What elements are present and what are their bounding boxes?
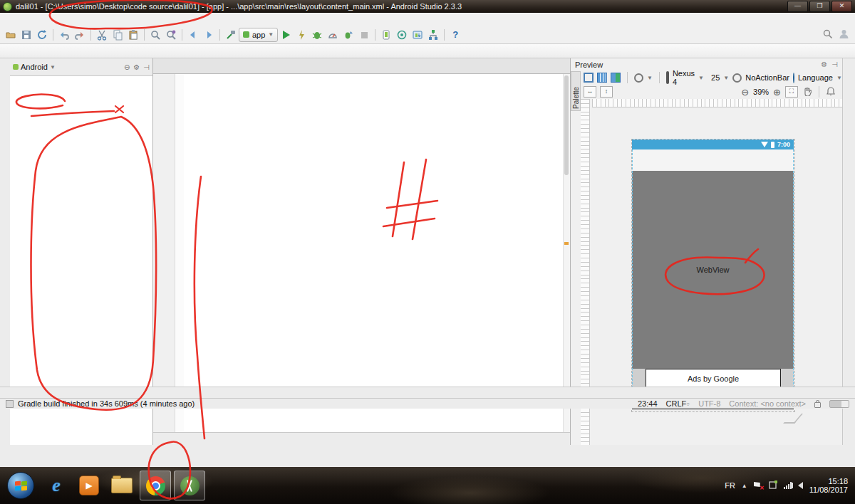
android-studio-taskbar-icon[interactable] [174, 471, 205, 500]
save-icon[interactable] [19, 27, 34, 43]
copy-icon[interactable] [110, 27, 125, 43]
avd-manager-icon[interactable] [378, 27, 394, 43]
api-select[interactable]: 25 [711, 73, 720, 82]
open-icon[interactable] [3, 27, 19, 43]
project-view-selector[interactable]: Android [21, 63, 48, 71]
line-separator-indicator[interactable]: CRLF÷ [666, 399, 690, 408]
forward-icon[interactable] [201, 27, 217, 43]
webview-label: WebView [632, 266, 794, 274]
device-icon [666, 71, 669, 84]
close-button[interactable]: ✕ [831, 1, 852, 12]
run-icon[interactable] [278, 27, 294, 43]
ad-banner[interactable]: Ads by Google [646, 369, 781, 388]
paste-icon[interactable] [125, 27, 141, 43]
expand-horizontal-icon[interactable]: ↔ [584, 86, 596, 98]
start-button[interactable] [7, 472, 34, 499]
search-everywhere-icon[interactable] [822, 28, 833, 41]
editor-tab-bar [153, 58, 570, 74]
readonly-lock-icon[interactable] [814, 402, 821, 408]
apply-changes-icon[interactable] [294, 27, 309, 43]
split-mode-icon[interactable] [611, 73, 621, 83]
grid-mode-icon[interactable] [597, 73, 607, 83]
zoom-out-icon[interactable]: ⊖ [741, 87, 749, 98]
windows-update-icon[interactable] [769, 481, 777, 490]
zoom-fit-icon[interactable]: ⛶ [785, 86, 798, 98]
theme-icon [732, 73, 742, 83]
device-status-bar: 7:00 [632, 140, 794, 149]
zoom-level: 39% [753, 88, 769, 96]
sdk-manager-icon[interactable] [410, 27, 425, 43]
pan-hand-icon[interactable] [802, 87, 812, 98]
language-globe-icon [793, 73, 794, 83]
help-icon[interactable]: ? [447, 27, 463, 43]
find-icon[interactable] [147, 27, 163, 43]
editor-gutter [153, 74, 175, 432]
device-select[interactable]: Nexus 4 [673, 69, 695, 86]
replace-icon[interactable] [163, 27, 179, 43]
project-structure-icon[interactable] [425, 27, 441, 43]
user-avatar-icon[interactable] [839, 28, 849, 41]
cut-icon[interactable] [94, 27, 110, 43]
preview-zoom-toolbar: ↔ ↕ ⊖ 39% ⊕ ⛶ [581, 85, 842, 99]
minimize-button[interactable]: — [787, 1, 808, 12]
language-select[interactable]: Language [798, 73, 833, 82]
file-explorer-icon[interactable] [110, 473, 134, 498]
memory-indicator[interactable] [829, 400, 849, 408]
editor-scrollbar[interactable] [563, 74, 570, 432]
settings-gear-icon[interactable]: ⚙ [821, 61, 827, 68]
status-message: Gradle build finished in 34s 609ms (4 mi… [18, 399, 195, 408]
back-icon[interactable] [185, 27, 201, 43]
system-tray: FR ▲ 15:1811/08/2017 [725, 477, 855, 494]
window-title: dalil01 - [C:\Users\simo\Desktop\code so… [16, 2, 462, 11]
title-bar: dalil01 - [C:\Users\simo\Desktop\code so… [0, 0, 855, 13]
tray-expand-icon[interactable]: ▲ [742, 483, 747, 489]
encoding-indicator[interactable]: UTF-8 [698, 399, 720, 408]
android-view-icon [13, 64, 19, 70]
redo-icon[interactable] [72, 27, 88, 43]
preview-config-toolbar: ▼ Nexus 4▼ 25▼ NoActionBar Language▼ [581, 70, 842, 85]
notifications-bell-icon[interactable] [826, 87, 835, 98]
pin-icon[interactable]: ⊣ [831, 61, 838, 68]
menu-bar [0, 13, 855, 26]
build-hammer-icon[interactable] [223, 27, 239, 43]
status-time: 23:44 [638, 399, 658, 408]
media-player-icon[interactable]: ▶ [77, 473, 101, 498]
zoom-in-icon[interactable]: ⊕ [773, 87, 781, 98]
profile-icon[interactable] [325, 27, 341, 43]
undo-icon[interactable] [56, 27, 72, 43]
expand-vertical-icon[interactable]: ↕ [600, 86, 613, 98]
layout-variant-icon[interactable] [584, 73, 594, 83]
horizontal-ruler [592, 99, 842, 107]
code-editor[interactable] [153, 74, 570, 432]
settings-gear-icon[interactable]: ⚙ [133, 63, 140, 71]
gradle-sync-icon[interactable] [394, 27, 410, 43]
language-indicator[interactable]: FR [725, 481, 735, 490]
theme-select[interactable]: NoActionBar [745, 73, 789, 82]
debug-icon[interactable] [309, 27, 325, 43]
palette-label: Palette [572, 99, 580, 109]
main-toolbar: app ▼ ? [0, 26, 855, 44]
sync-icon[interactable] [34, 27, 50, 43]
tool-window-bar [0, 387, 855, 398]
selection-edge [632, 149, 633, 388]
resize-handle[interactable] [783, 414, 803, 424]
chrome-taskbar-icon[interactable] [140, 471, 171, 500]
palette-tab[interactable]: Palette [571, 71, 581, 111]
run-configuration-select[interactable]: app ▼ [239, 28, 278, 42]
app-module-icon [243, 31, 249, 38]
tray-clock[interactable]: 15:1811/08/2017 [809, 477, 848, 494]
top-margin-area [632, 149, 794, 171]
restore-button[interactable]: ❐ [809, 1, 830, 12]
run-configuration-label: app [252, 31, 265, 39]
device-clock: 7:00 [777, 141, 790, 148]
internet-explorer-icon[interactable]: e [44, 473, 68, 498]
selection-edge [793, 149, 794, 388]
hide-panel-icon[interactable]: ⊣ [143, 63, 150, 71]
breadcrumb [0, 44, 855, 58]
attach-debugger-icon[interactable] [341, 27, 356, 43]
orientation-icon[interactable] [634, 73, 643, 83]
collapse-all-icon[interactable]: ⊖ [124, 63, 130, 71]
action-center-flag-icon[interactable] [754, 482, 762, 489]
volume-icon[interactable] [798, 482, 803, 489]
windows-taskbar: e ▶ FR ▲ 15:1811/08/2017 [0, 467, 855, 504]
